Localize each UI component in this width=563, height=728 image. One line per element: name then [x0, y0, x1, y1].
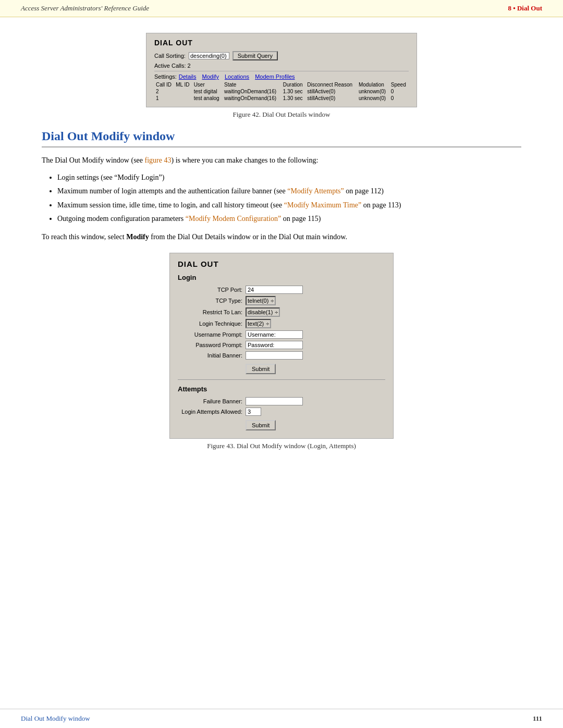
fig42-call-sorting-row: Call Sorting: descending(0) Submit Query [154, 51, 409, 60]
fig42-row1-duration: 1.30 sec [282, 88, 306, 95]
fig42-row2-disconnect: stillActive(0) [305, 95, 357, 102]
fig42-settings-label: Settings: [154, 73, 177, 80]
bullet-modem-text-after: on page 115) [281, 215, 321, 223]
section-heading: Dial Out Modify window [42, 129, 521, 147]
fig43-login-technique-arrow: ÷ [266, 320, 269, 327]
fig42-row2-duration: 1.30 sec [282, 95, 306, 102]
fig43-attempts-section-label: Attempts [178, 385, 385, 393]
fig43-username-prompt-input[interactable] [246, 330, 303, 339]
figure-42-caption: Figure 42. Dial Out Details window [232, 110, 330, 119]
figure-43-container: DIAL OUT Login TCP Port: TCP Type: telne… [42, 253, 521, 450]
fig42-link-locations[interactable]: Locations [225, 73, 249, 80]
figure-43-caption: Figure 43. Dial Out Modify window (Login… [207, 442, 356, 450]
bullet-attempts-text-after: on page 112) [344, 187, 384, 195]
fig43-tcp-type-select[interactable]: telnet(0) ÷ [246, 296, 276, 305]
fig42-link-modem-profiles[interactable]: Modem Profiles [255, 73, 295, 80]
fig42-link-details[interactable]: Details [179, 73, 197, 80]
fig43-login-submit-button[interactable]: Submit [246, 364, 276, 374]
fig43-attempts-allowed-label: Login Attempts Allowed: [178, 409, 246, 415]
figure-43-window: DIAL OUT Login TCP Port: TCP Type: telne… [169, 253, 394, 439]
fig43-failure-banner-input[interactable] [246, 397, 303, 405]
table-row: 2 test digital waitingOnDemand(16) 1.30 … [154, 88, 409, 95]
page-content: DIAL OUT Call Sorting: descending(0) Sub… [0, 17, 563, 476]
fig43-login-technique-select[interactable]: text(2) ÷ [246, 319, 271, 328]
modify-keyword: Modify [126, 233, 149, 241]
fig43-password-prompt-input[interactable] [246, 341, 303, 349]
fig42-link-modify[interactable]: Modify [202, 73, 219, 80]
fig43-tcp-port-input[interactable] [246, 286, 303, 294]
fig42-row2-modulation: unknown(0) [357, 95, 389, 102]
fig42-col-callid: Call ID [154, 81, 174, 88]
footer-link[interactable]: Dial Out Modify window [21, 714, 90, 723]
fig42-col-mlid: ML ID [174, 81, 192, 88]
intro-text-after: ) is where you can make changes to the f… [171, 156, 318, 164]
fig42-col-disconnect: Disconnect Reason [305, 81, 357, 88]
fig42-row1-state: waitingOnDemand(16) [223, 88, 282, 95]
fig42-settings-links: Settings: Details Modify Locations Modem… [154, 73, 409, 80]
fig43-initial-banner-row: Initial Banner: [178, 351, 385, 360]
fig43-tcp-port-row: TCP Port: [178, 286, 385, 294]
fig42-row2-callid: 1 [154, 95, 174, 102]
to-reach-text-after: from the Dial Out Details window or in t… [149, 233, 347, 241]
section-intro: The Dial Out Modify window (see figure 4… [42, 155, 521, 166]
fig43-tcp-type-value: telnet(0) [248, 298, 268, 304]
fig42-call-sorting-select[interactable]: descending(0) [189, 52, 229, 59]
modify-modem-config-link[interactable]: “Modify Modem Configuration” [186, 215, 282, 223]
fig43-restrict-lan-select[interactable]: disable(1) ÷ [246, 307, 280, 317]
fig43-attempts-submit-button[interactable]: Submit [246, 420, 276, 430]
bullet-item-login: Login settings (see “Modify Login”) [57, 172, 521, 183]
fig42-row2-state: waitingOnDemand(16) [223, 95, 282, 102]
page-header: Access Server Administrators' Reference … [0, 0, 563, 17]
fig43-initial-banner-input[interactable] [246, 351, 303, 360]
fig43-login-technique-label: Login Technique: [178, 320, 246, 327]
modify-attempts-link[interactable]: “Modify Attempts” [287, 187, 344, 195]
bullet-attempts-text-before: Maximum number of login attempts and the… [57, 187, 287, 195]
fig42-table: Call ID ML ID User State Duration Discon… [154, 81, 409, 102]
fig43-login-section-label: Login [178, 274, 385, 281]
fig42-row2-user: test analog [192, 95, 223, 102]
bullet-item-max-time: Maximum session time, idle time, time to… [57, 200, 521, 211]
fig42-row1-user: test digital [192, 88, 223, 95]
fig42-window-title: DIAL OUT [154, 39, 409, 47]
fig43-restrict-lan-value: disable(1) [248, 309, 273, 315]
fig43-username-prompt-row: Username Prompt: [178, 330, 385, 339]
fig43-attempts-allowed-input[interactable] [246, 408, 261, 416]
fig42-col-state: State [223, 81, 282, 88]
fig43-tcp-type-arrow: ÷ [271, 298, 274, 304]
fig42-row1-mlid [174, 88, 192, 95]
fig43-initial-banner-label: Initial Banner: [178, 352, 246, 359]
figure-43-link[interactable]: figure 43 [145, 156, 172, 164]
bullet-item-attempts: Maximum number of login attempts and the… [57, 186, 521, 197]
bullet-modem-text-before: Outgoing modem configuration parameters [57, 215, 186, 223]
fig42-col-speed: Speed [389, 81, 409, 88]
fig42-col-duration: Duration [282, 81, 306, 88]
fig43-restrict-lan-arrow: ÷ [275, 309, 278, 315]
fig43-tcp-type-label: TCP Type: [178, 298, 246, 304]
fig43-restrict-lan-label: Restrict To Lan: [178, 309, 246, 315]
fig42-submit-query-button[interactable]: Submit Query [232, 51, 278, 60]
table-row: 1 test analog waitingOnDemand(16) 1.30 s… [154, 95, 409, 102]
fig42-row1-modulation: unknown(0) [357, 88, 389, 95]
fig42-row2-speed: 0 [389, 95, 409, 102]
intro-text-before: The Dial Out Modify window (see [42, 156, 145, 164]
fig42-row2-mlid [174, 95, 192, 102]
figure-42-container: DIAL OUT Call Sorting: descending(0) Sub… [42, 33, 521, 119]
fig42-col-user: User [192, 81, 223, 88]
modify-max-time-link[interactable]: “Modify Maximum Time” [284, 201, 362, 209]
to-reach-text-before: To reach this window, select [42, 233, 126, 241]
guide-title: Access Server Administrators' Reference … [21, 4, 149, 13]
bullet-maxtime-text-before: Maximum session time, idle time, time to… [57, 201, 284, 209]
fig42-row1-callid: 2 [154, 88, 174, 95]
to-reach-text: To reach this window, select Modify from… [42, 231, 521, 242]
fig43-login-technique-row: Login Technique: text(2) ÷ [178, 319, 385, 328]
fig43-tcp-port-label: TCP Port: [178, 287, 246, 293]
fig43-tcp-type-row: TCP Type: telnet(0) ÷ [178, 296, 385, 305]
bullet-login-text: Login settings (see “Modify Login”) [57, 174, 164, 181]
fig43-window-title: DIAL OUT [178, 260, 385, 268]
fig42-col-modulation: Modulation [357, 81, 389, 88]
fig43-password-prompt-label: Password Prompt: [178, 342, 246, 348]
bullet-maxtime-text-after: on page 113) [361, 201, 401, 209]
fig42-row1-speed: 0 [389, 88, 409, 95]
fig43-username-prompt-label: Username Prompt: [178, 331, 246, 338]
fig43-failure-banner-label: Failure Banner: [178, 398, 246, 404]
